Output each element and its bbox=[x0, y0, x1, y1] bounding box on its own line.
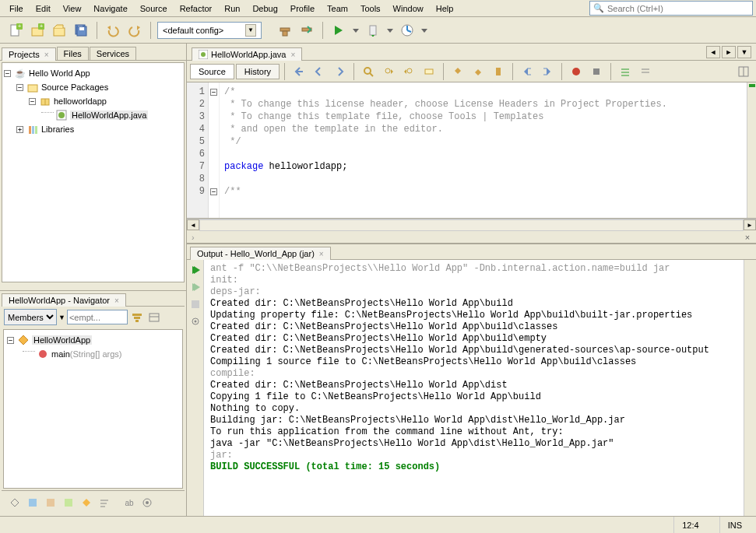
expand-icon[interactable]: + bbox=[16, 126, 23, 133]
close-icon[interactable]: × bbox=[290, 51, 295, 59]
find-selection-button[interactable] bbox=[359, 62, 378, 81]
debug-dropdown[interactable] bbox=[385, 21, 395, 40]
next-bookmark-button[interactable] bbox=[469, 62, 487, 81]
output-rerun2-button[interactable] bbox=[188, 280, 202, 294]
menu-edit[interactable]: Edit bbox=[30, 2, 57, 15]
editor-hscroll[interactable]: ◄ ► bbox=[187, 219, 756, 231]
editor-last-edit-button[interactable] bbox=[290, 62, 308, 81]
output-settings-button[interactable] bbox=[188, 314, 202, 328]
redo-button[interactable] bbox=[125, 21, 144, 40]
menu-source[interactable]: Source bbox=[134, 2, 174, 15]
editor-nav-prev[interactable]: ◄ bbox=[706, 46, 720, 58]
code-content[interactable]: /* * To change this license header, choo… bbox=[220, 82, 747, 218]
navigator-options-button[interactable] bbox=[146, 310, 162, 325]
close-icon[interactable]: × bbox=[742, 232, 753, 243]
tree-package[interactable]: − helloworldapp bbox=[4, 94, 182, 108]
open-project-button[interactable] bbox=[50, 21, 69, 40]
profile-button[interactable] bbox=[398, 21, 417, 40]
undo-button[interactable] bbox=[104, 21, 122, 40]
tab-files[interactable]: Files bbox=[57, 47, 89, 60]
nav-sort-button[interactable] bbox=[78, 494, 95, 511]
nav-fields-button[interactable] bbox=[24, 494, 41, 511]
clean-build-button[interactable] bbox=[297, 21, 316, 40]
comment-button[interactable] bbox=[616, 62, 635, 81]
collapse-icon[interactable]: − bbox=[16, 84, 23, 91]
macro-stop-button[interactable] bbox=[587, 62, 606, 81]
navigator-filter-input[interactable] bbox=[67, 310, 128, 324]
editor-back-button[interactable] bbox=[310, 62, 329, 81]
editor-split-button[interactable] bbox=[734, 62, 753, 81]
tree-libraries[interactable]: + Libraries bbox=[4, 122, 182, 136]
tree-project-root[interactable]: − ☕ Hello World App bbox=[4, 66, 182, 80]
navigator-tree[interactable]: − HelloWorldApp main(String[] args) bbox=[3, 329, 183, 489]
find-prev-button[interactable] bbox=[379, 62, 398, 81]
sub-tab-source[interactable]: Source bbox=[190, 64, 234, 79]
toggle-highlight-button[interactable] bbox=[420, 62, 438, 81]
editor-forward-button[interactable] bbox=[330, 62, 349, 81]
code-editor[interactable]: 123456789 −− /* * To change this license… bbox=[187, 82, 756, 219]
nav-options-button[interactable] bbox=[139, 494, 156, 511]
nav-nonpublic-button[interactable] bbox=[60, 494, 77, 511]
menu-tools[interactable]: Tools bbox=[354, 2, 387, 15]
menu-navigate[interactable]: Navigate bbox=[87, 2, 133, 15]
output-content[interactable]: ant -f "C:\\NetBeansProjects\\Hello Worl… bbox=[204, 260, 744, 516]
error-stripe[interactable] bbox=[747, 82, 756, 218]
output-vscroll[interactable] bbox=[744, 260, 756, 516]
menu-refactor[interactable]: Refactor bbox=[174, 2, 219, 15]
output-stop-button[interactable] bbox=[188, 297, 202, 311]
tree-source-packages[interactable]: − Source Packages bbox=[4, 80, 182, 94]
tree-java-file[interactable]: HelloWorldApp.java bbox=[4, 108, 182, 122]
editor-tab-file[interactable]: HelloWorldApp.java × bbox=[192, 47, 302, 61]
close-icon[interactable]: × bbox=[44, 51, 49, 59]
editor-nav-next[interactable]: ► bbox=[722, 46, 736, 58]
build-button[interactable] bbox=[276, 21, 294, 40]
shift-right-button[interactable] bbox=[538, 62, 557, 81]
global-search-box[interactable]: 🔍 bbox=[589, 1, 753, 16]
tab-services[interactable]: Services bbox=[90, 47, 136, 60]
projects-tree[interactable]: − ☕ Hello World App − Source Packages − … bbox=[2, 62, 185, 282]
run-dropdown[interactable] bbox=[351, 21, 360, 40]
save-all-button[interactable] bbox=[72, 21, 90, 40]
navigator-filter-button[interactable] bbox=[129, 310, 145, 325]
config-select[interactable]: <default config> ▼ bbox=[157, 22, 262, 39]
menu-profile[interactable]: Profile bbox=[284, 2, 321, 15]
collapse-icon[interactable]: − bbox=[4, 70, 11, 77]
search-input[interactable] bbox=[607, 4, 749, 13]
scroll-right-icon[interactable]: ► bbox=[744, 219, 756, 230]
menu-file[interactable]: File bbox=[3, 2, 30, 15]
prev-bookmark-button[interactable] bbox=[448, 62, 467, 81]
uncomment-button[interactable] bbox=[636, 62, 655, 81]
nav-static-button[interactable] bbox=[42, 494, 59, 511]
toggle-bookmark-button[interactable] bbox=[489, 62, 508, 81]
close-icon[interactable]: × bbox=[114, 296, 119, 305]
run-button[interactable] bbox=[329, 21, 348, 40]
scroll-left-icon[interactable]: ◄ bbox=[187, 219, 199, 230]
navigator-method[interactable]: main(String[] args) bbox=[7, 347, 179, 361]
debug-button[interactable] bbox=[364, 21, 382, 40]
new-project-button[interactable]: + bbox=[28, 21, 47, 40]
menu-view[interactable]: View bbox=[57, 2, 88, 15]
menu-window[interactable]: Window bbox=[387, 2, 430, 15]
nav-sort2-button[interactable] bbox=[96, 494, 113, 511]
menu-run[interactable]: Run bbox=[218, 2, 246, 15]
scroll-track[interactable] bbox=[199, 219, 744, 231]
nav-inherit-button[interactable] bbox=[6, 494, 23, 511]
collapse-icon[interactable]: − bbox=[7, 337, 14, 344]
profile-dropdown[interactable] bbox=[420, 21, 429, 40]
fold-gutter[interactable]: −− bbox=[209, 82, 220, 218]
output-tab[interactable]: Output - Hello_World_App (jar) × bbox=[190, 247, 331, 260]
output-rerun-button[interactable] bbox=[188, 263, 202, 277]
find-next-button[interactable] bbox=[399, 62, 418, 81]
editor-nav-list[interactable]: ▼ bbox=[737, 46, 751, 58]
navigator-class[interactable]: − HelloWorldApp bbox=[7, 333, 179, 347]
nav-fqn-button[interactable]: ab bbox=[121, 494, 138, 511]
menu-debug[interactable]: Debug bbox=[246, 2, 283, 15]
tab-navigator[interactable]: HelloWorldApp - Navigator× bbox=[2, 293, 126, 307]
shift-left-button[interactable] bbox=[518, 62, 536, 81]
new-file-button[interactable]: + bbox=[6, 21, 25, 40]
menu-help[interactable]: Help bbox=[430, 2, 460, 15]
sub-tab-history[interactable]: History bbox=[236, 64, 280, 79]
navigator-view-select[interactable]: Members bbox=[4, 309, 57, 325]
macro-record-button[interactable] bbox=[567, 62, 585, 81]
collapse-icon[interactable]: − bbox=[29, 98, 36, 105]
